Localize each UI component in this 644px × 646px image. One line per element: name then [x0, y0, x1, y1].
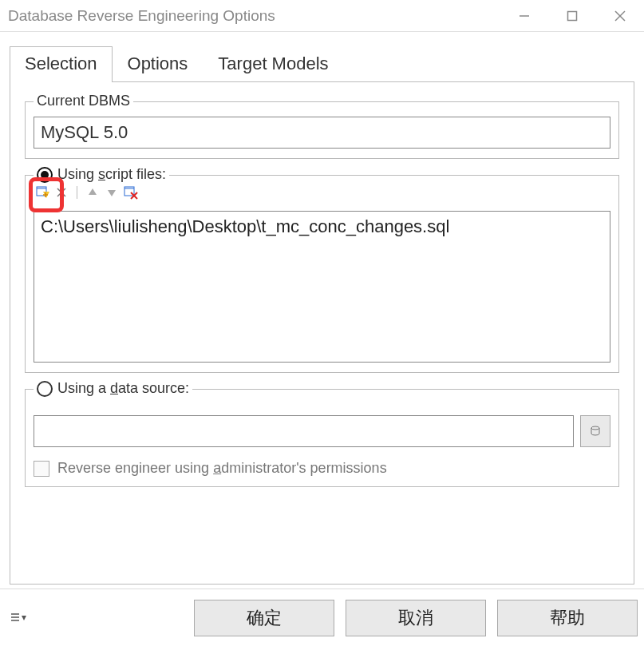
group-current-dbms: Current DBMS MySQL 5.0: [25, 101, 619, 159]
group-label-current-dbms: Current DBMS: [34, 93, 133, 109]
tab-strip: Selection Options Target Models: [10, 46, 634, 82]
options-menu-icon: [10, 612, 27, 624]
script-toolbar: [34, 182, 610, 203]
data-source-row: [34, 415, 610, 447]
toolbar-inner: [35, 185, 138, 200]
move-up-button[interactable]: [85, 185, 100, 200]
svg-rect-1: [568, 11, 577, 20]
close-icon: [614, 10, 626, 22]
radio-script-inner: [41, 171, 49, 179]
tab-selection[interactable]: Selection: [10, 46, 113, 82]
dialog-window: Database Reverse Engineering Options Sel…: [0, 0, 644, 646]
move-down-icon: [106, 187, 117, 198]
window-title: Database Reverse Engineering Options: [8, 7, 500, 25]
radio-data-source[interactable]: Using a data source:: [34, 380, 192, 397]
radio-ds-outer: [37, 381, 53, 397]
maximize-button[interactable]: [548, 0, 596, 32]
dialog-footer: 确定 取消 帮助: [0, 589, 644, 646]
radio-script-outer: [37, 167, 53, 183]
data-source-input[interactable]: [34, 415, 574, 447]
radio-ds-label: Using a data source:: [57, 380, 189, 397]
cancel-button[interactable]: 取消: [346, 600, 486, 636]
ok-button[interactable]: 确定: [194, 600, 334, 636]
move-up-icon: [87, 187, 98, 198]
svg-marker-12: [108, 190, 116, 196]
options-menu-button[interactable]: [6, 606, 30, 630]
tab-target-models[interactable]: Target Models: [203, 46, 343, 82]
maximize-icon: [567, 10, 578, 22]
admin-permissions-checkbox[interactable]: [34, 461, 49, 477]
move-down-button[interactable]: [105, 185, 119, 200]
window-controls: [500, 0, 644, 32]
current-dbms-field[interactable]: MySQL 5.0: [34, 117, 610, 149]
admin-permissions-label: Reverse engineer using administrator's p…: [57, 460, 387, 477]
current-dbms-value: MySQL 5.0: [41, 122, 128, 143]
tab-options[interactable]: Options: [113, 46, 203, 82]
titlebar: Database Reverse Engineering Options: [0, 0, 644, 32]
minimize-button[interactable]: [500, 0, 548, 32]
tab-panel-selection: Current DBMS MySQL 5.0 Using script file…: [10, 81, 634, 585]
toolbar-separator: [77, 186, 77, 199]
minimize-icon: [519, 10, 530, 22]
add-file-icon: [35, 185, 49, 200]
close-button[interactable]: [596, 0, 644, 32]
add-file-button[interactable]: [35, 185, 49, 200]
delete-file-button[interactable]: [54, 185, 69, 200]
group-data-source: Using a data source: Reverse engineer us…: [25, 389, 619, 487]
script-file-item[interactable]: C:\Users\liulisheng\Desktop\t_mc_conc_ch…: [41, 216, 603, 237]
content-area: Selection Options Target Models Current …: [0, 32, 644, 589]
svg-marker-21: [22, 616, 26, 620]
admin-permissions-checkbox-row[interactable]: Reverse engineer using administrator's p…: [34, 460, 610, 477]
help-button[interactable]: 帮助: [497, 600, 638, 636]
database-browse-icon: [589, 425, 602, 438]
radio-script-files[interactable]: Using script files:: [34, 166, 169, 183]
svg-marker-11: [89, 188, 97, 195]
radio-script-label: Using script files:: [57, 166, 166, 183]
clear-list-button[interactable]: [124, 185, 138, 200]
group-script-files: Using script files:: [25, 175, 619, 373]
data-source-browse-button[interactable]: [580, 415, 610, 447]
clear-list-icon: [124, 185, 138, 200]
delete-icon: [56, 187, 67, 198]
script-file-list[interactable]: C:\Users\liulisheng\Desktop\t_mc_conc_ch…: [34, 211, 610, 363]
svg-point-17: [591, 426, 599, 430]
